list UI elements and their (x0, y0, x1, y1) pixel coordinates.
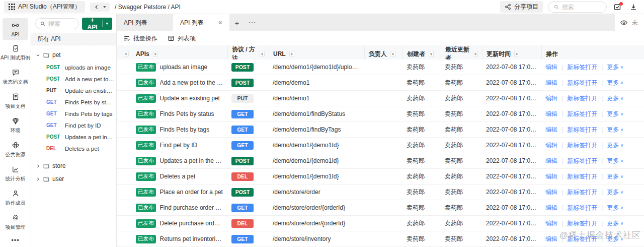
open-new-tab-link[interactable]: 新标签打开 (567, 235, 597, 243)
chevron-right-icon[interactable] (35, 164, 40, 168)
tab-api-list-active[interactable]: API 列表 × (173, 14, 229, 31)
open-new-tab-link[interactable]: 新标签打开 (567, 172, 597, 181)
filter-caret-icon[interactable]: ▾ (514, 51, 519, 57)
tree-api-item[interactable]: POST Updates a pet in the store... (31, 131, 116, 143)
more-link[interactable]: 更多 (607, 172, 619, 181)
table-row[interactable]: 已发布 Update an existing pet PUT /demo/dem… (117, 91, 644, 106)
share-project-button[interactable]: 分享项目 (500, 1, 543, 13)
edit-link[interactable]: 编辑 (545, 219, 557, 228)
open-new-tab-link[interactable]: 新标签打开 (567, 126, 597, 134)
more-link[interactable]: 更多 (607, 94, 619, 103)
sidebar-item-api[interactable]: API (3, 18, 28, 40)
tree-search-input[interactable] (48, 20, 74, 27)
global-search-input[interactable] (562, 4, 601, 11)
table-row[interactable]: 已发布 Returns pet inventories by ... GET /… (117, 231, 644, 247)
tree-search[interactable] (35, 18, 79, 29)
tab-api-list[interactable]: API 列表 (117, 14, 173, 31)
batch-actions-button[interactable]: 批量操作 (123, 34, 157, 43)
open-new-tab-link[interactable]: 新标签打开 (567, 63, 597, 72)
more-link[interactable]: 更多 (607, 235, 619, 243)
add-api-dropdown[interactable] (102, 20, 109, 27)
eye-icon[interactable] (620, 19, 628, 27)
filter-caret-icon[interactable]: ▾ (473, 51, 478, 57)
edit-link[interactable]: 编辑 (545, 94, 557, 103)
edit-link[interactable]: 编辑 (545, 126, 557, 134)
open-new-tab-link[interactable]: 新标签打开 (567, 79, 597, 87)
table-row[interactable]: 已发布 Deletes a pet DEL /demo/demo1/{demo1… (117, 169, 644, 184)
table-row[interactable]: 已发布 Place an order for a pet POST /demo/… (117, 184, 644, 200)
more-link[interactable]: 更多 (607, 141, 619, 150)
edit-link[interactable]: 编辑 (545, 235, 557, 243)
open-new-tab-link[interactable]: 新标签打开 (567, 141, 597, 150)
back-button[interactable] (90, 3, 110, 12)
tree-api-item[interactable]: GET Find pet by ID (31, 119, 116, 131)
table-row[interactable]: 已发布 Add a new pet to the store POST /dem… (117, 75, 644, 91)
column-settings-button[interactable]: 列表项 (168, 34, 196, 43)
more-link[interactable]: 更多 (607, 79, 619, 87)
open-new-tab-link[interactable]: 新标签打开 (567, 94, 597, 103)
tab-overflow-button[interactable]: ⋯ (245, 14, 260, 31)
chevron-down-icon[interactable] (35, 53, 40, 57)
edit-link[interactable]: 编辑 (545, 188, 557, 197)
open-new-tab-link[interactable]: 新标签打开 (567, 188, 597, 197)
new-tab-button[interactable]: + (229, 14, 245, 31)
open-new-tab-link[interactable]: 新标签打开 (567, 110, 597, 118)
table-row[interactable]: 已发布 Delete purchase order by ID DEL /dem… (117, 216, 644, 231)
app-switcher-button[interactable]: API Studio（API管理） (4, 1, 85, 13)
sidebar-item-members[interactable]: 协作成员 (3, 187, 28, 209)
table-row[interactable]: 已发布 Find pet by ID GET /demo/demo1/{demo… (117, 138, 644, 153)
sidebar-item-other[interactable]: ••• 其他 (3, 235, 28, 247)
filter-caret-icon[interactable]: ▾ (289, 51, 294, 57)
filter-caret-icon[interactable]: ▾ (260, 51, 265, 57)
more-link[interactable]: 更多 (607, 219, 619, 228)
select-dropdown-icon[interactable]: ▾ (124, 51, 129, 57)
download-button[interactable] (628, 2, 639, 13)
tree-api-item[interactable]: DEL Deletes a pet (31, 143, 116, 154)
tree-api-item[interactable]: GET Finds Pets by tags (31, 108, 116, 119)
edit-link[interactable]: 编辑 (545, 141, 557, 150)
close-tab-icon[interactable]: × (218, 19, 222, 26)
chevron-down-icon[interactable] (103, 6, 106, 8)
tree-api-item[interactable]: PUT Update an existing pet (31, 85, 116, 96)
sidebar-item-status-code-docs[interactable]: 状态码文档 (3, 66, 28, 88)
filter-caret-icon[interactable]: ▾ (153, 51, 158, 57)
table-row[interactable]: 已发布 Find purchase order by ID GET /demo/… (117, 200, 644, 216)
global-search[interactable] (548, 2, 607, 13)
open-new-tab-link[interactable]: 新标签打开 (567, 157, 597, 165)
more-link[interactable]: 更多 (607, 63, 619, 72)
sidebar-item-environment[interactable]: 环境 (3, 114, 28, 137)
table-row[interactable]: 已发布 uploads an image POST /demo/demo1/{d… (117, 59, 644, 75)
folder-store[interactable]: store (31, 159, 116, 172)
notifications-button[interactable] (612, 2, 623, 13)
table-row[interactable]: 已发布 Finds Pets by status GET /demo/demo1… (117, 106, 644, 122)
filter-caret-icon[interactable]: ▾ (390, 51, 395, 57)
table-row[interactable]: 已发布 Updates a pet in the store ... POST … (117, 153, 644, 169)
breadcrumb[interactable]: / Swagger Petstore / API (115, 4, 181, 11)
folder-user[interactable]: user (31, 172, 116, 186)
sidebar-item-public-resources[interactable]: 公共资源 (3, 138, 28, 161)
sidebar-item-statistics[interactable]: 统计分析 (3, 162, 28, 185)
all-api-header[interactable]: 所有 API (31, 33, 116, 45)
folder-pet[interactable]: pet (31, 48, 116, 61)
more-link[interactable]: 更多 (607, 157, 619, 165)
edit-link[interactable]: 编辑 (545, 110, 557, 118)
open-new-tab-link[interactable]: 新标签打开 (567, 219, 597, 228)
more-link[interactable]: 更多 (607, 126, 619, 134)
table-row[interactable]: 已发布 Finds Pets by tags GET /demo/demo1/f… (117, 122, 644, 138)
edit-link[interactable]: 编辑 (545, 157, 557, 165)
more-link[interactable]: 更多 (607, 188, 619, 197)
sidebar-item-project-settings[interactable]: 项目管理 (3, 211, 28, 233)
more-link[interactable]: 更多 (607, 110, 619, 118)
tree-api-item[interactable]: GET Finds Pets by status (31, 96, 116, 108)
sidebar-item-project-docs[interactable]: 项目文档 (3, 90, 28, 112)
more-link[interactable]: 更多 (607, 204, 619, 212)
add-api-button[interactable]: + API (82, 18, 112, 30)
sidebar-item-api-test-cases[interactable]: API 测试用例 (3, 41, 28, 64)
edit-link[interactable]: 编辑 (545, 172, 557, 181)
open-new-tab-link[interactable]: 新标签打开 (567, 204, 597, 212)
tree-api-item[interactable]: POST uploads an image (31, 61, 116, 73)
edit-link[interactable]: 编辑 (545, 204, 557, 212)
edit-link[interactable]: 编辑 (545, 79, 557, 87)
filter-caret-icon[interactable]: ▾ (429, 51, 434, 57)
tree-api-item[interactable]: POST Add a new pet to the store (31, 73, 116, 85)
